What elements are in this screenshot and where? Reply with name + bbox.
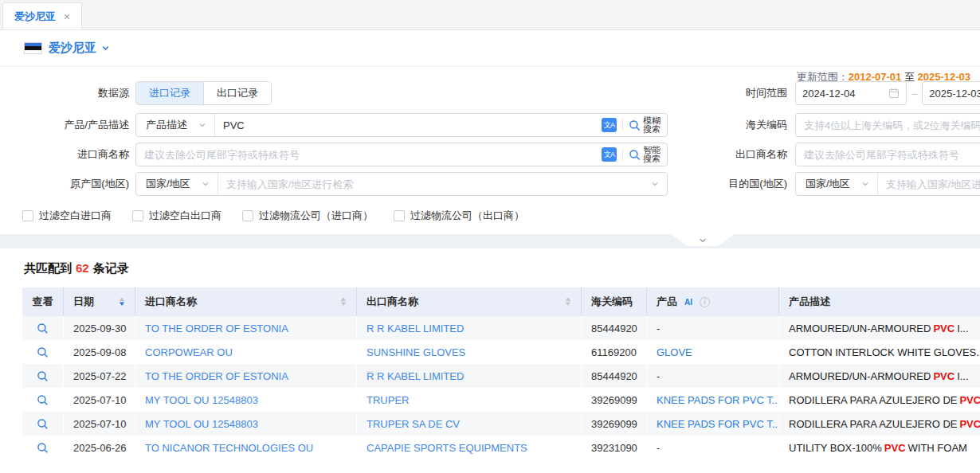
product-tag-link[interactable]: KNEE PADS FOR PVC T... [657, 418, 779, 430]
chevron-down-icon[interactable] [101, 44, 110, 53]
cell-description: RODILLERA PARA AZULEJERO DEPVC [779, 412, 980, 436]
table-row: 2025-07-10 MY TOOL OU 12548803 TRUPER 39… [22, 388, 980, 412]
checkbox-icon[interactable] [132, 210, 143, 221]
magnifier-icon [37, 418, 49, 430]
exporter-link[interactable]: SUNSHINE GLOVES [367, 346, 465, 358]
checkbox-icon[interactable] [242, 210, 253, 221]
product-tag-link[interactable]: - [657, 370, 660, 382]
col-exporter: 出口商名称 ▲▼ [357, 287, 582, 316]
fuzzy-search-label-2: 搜索 [643, 124, 661, 134]
product-tag-link[interactable]: - [657, 322, 660, 334]
checkbox-filter-blank-exporter[interactable]: 过滤空白出口商 [132, 209, 221, 223]
exporter-link[interactable]: CAPAPIE SPORTS EQUIPMENTS [367, 442, 527, 454]
collapse-filters-button[interactable] [671, 234, 735, 246]
origin-type-select[interactable]: 国家/地区 [136, 173, 218, 195]
col-importer: 进口商名称 ▲▼ [135, 287, 357, 316]
summary-prefix: 共匹配到 [24, 261, 72, 275]
data-source-label: 数据源 [0, 86, 129, 100]
view-record-button[interactable] [37, 418, 49, 430]
checkbox-label: 过滤物流公司（进口商） [259, 209, 373, 223]
importer-link[interactable]: TO THE ORDER OF ESTONIA [145, 370, 288, 382]
col-product-label: 产品 [657, 295, 677, 309]
estonia-flag-icon [24, 42, 42, 54]
tab-title: 爱沙尼亚 [14, 10, 56, 24]
desc-text: I... [957, 370, 968, 382]
exporter-link[interactable]: TRUPER [367, 394, 409, 406]
checkbox-label: 过滤空白进口商 [39, 209, 112, 223]
desc-highlight: PVC [959, 394, 980, 406]
tab-estonia[interactable]: 爱沙尼亚 × [2, 2, 82, 29]
desc-text: I... [957, 322, 968, 334]
hs-code-input[interactable] [804, 119, 980, 131]
origin-country-input[interactable] [218, 178, 651, 190]
checkbox-label: 过滤空白出口商 [149, 209, 221, 223]
col-date: 日期 ▲▼ [64, 287, 135, 316]
tab-close-icon[interactable]: × [64, 11, 70, 22]
date-start-value: 2024-12-04 [802, 88, 856, 100]
checkbox-filter-logistics-exporter[interactable]: 过滤物流公司（出口商） [394, 209, 524, 223]
cell-hs-code: 61169200 [582, 340, 647, 364]
view-record-button[interactable] [37, 370, 49, 382]
importer-input[interactable] [136, 149, 602, 161]
importer-search-group: 文A 智能搜索 [135, 143, 668, 166]
col-product: 产品 AI i [647, 287, 779, 316]
chevron-down-icon [698, 236, 708, 244]
product-label: 产品/产品描述 [0, 118, 129, 132]
product-type-select[interactable]: 产品描述 [136, 114, 215, 136]
time-range-label: 时间范围 [692, 86, 787, 100]
checkbox-icon[interactable] [394, 210, 405, 221]
cell-date: 2025-07-22 [64, 364, 135, 388]
date-start-input[interactable]: 2024-12-04 [795, 81, 907, 105]
importer-link[interactable]: TO THE ORDER OF ESTONIA [145, 322, 288, 334]
import-records-tab[interactable]: 进口记录 [136, 82, 203, 104]
magnifier-icon [37, 346, 49, 358]
importer-link[interactable]: CORPOWEAR OU [145, 346, 233, 358]
importer-link[interactable]: MY TOOL OU 12548803 [145, 394, 258, 406]
results-summary: 共匹配到62条记录 [24, 261, 980, 276]
view-record-button[interactable] [37, 346, 49, 358]
cell-description: ARMOURED/UN-ARMOUREDPVCI... [779, 364, 980, 388]
sort-date[interactable]: ▲▼ [119, 297, 125, 307]
product-tag-link[interactable]: - [657, 442, 660, 454]
cell-hs-code: 85444920 [582, 364, 647, 388]
destination-type-select[interactable]: 国家/地区 [796, 173, 878, 195]
magnifier-icon [37, 370, 49, 382]
date-end-input[interactable]: 2025-12-03 [922, 81, 980, 105]
export-records-tab[interactable]: 出口记录 [203, 82, 271, 104]
exporter-link[interactable]: TRUPER SA DE CV [367, 418, 460, 430]
product-input[interactable] [215, 119, 602, 131]
cell-hs-code: 85444920 [582, 316, 647, 340]
product-tag-link[interactable]: KNEE PADS FOR PVC T... [657, 394, 779, 406]
exporter-link[interactable]: R R KABEL LIMITED [367, 322, 464, 334]
translate-icon[interactable]: 文A [602, 147, 617, 162]
hs-code-field [795, 113, 980, 137]
magnifier-icon [37, 322, 49, 334]
chevron-down-icon[interactable] [651, 180, 659, 188]
view-record-button[interactable] [37, 394, 49, 406]
col-exporter-label: 出口商名称 [367, 295, 418, 309]
product-tag-link[interactable]: GLOVE [657, 346, 692, 358]
view-record-button[interactable] [37, 322, 49, 334]
desc-text: ARMOURED/UN-ARMOURED [789, 322, 931, 334]
sort-exporter[interactable]: ▲▼ [565, 297, 571, 307]
sort-importer[interactable]: ▲▼ [340, 297, 347, 307]
cell-description: COTTON INTERLOCK WHITE GLOVES... [779, 340, 980, 364]
magnifier-icon [37, 394, 49, 406]
importer-link[interactable]: MY TOOL OU 12548803 [145, 418, 258, 430]
exporter-link[interactable]: R R KABEL LIMITED [367, 370, 464, 382]
importer-link[interactable]: TO NICANOR TECHNOLOGIES OU [145, 442, 313, 454]
checkbox-filter-logistics-importer[interactable]: 过滤物流公司（进口商） [242, 209, 373, 223]
view-record-button[interactable] [37, 442, 49, 454]
info-icon[interactable]: i [700, 297, 710, 307]
exporter-input[interactable] [804, 149, 980, 161]
results-table: 查看 日期 ▲▼ 进口商名称 ▲▼ 出口商名称 ▲▼ 海关编码 产品 AI i … [22, 287, 980, 459]
cell-hs-code: 39231090 [582, 436, 647, 459]
checkbox-icon[interactable] [22, 210, 33, 221]
checkbox-filter-blank-importer[interactable]: 过滤空白进口商 [22, 209, 112, 223]
country-name[interactable]: 爱沙尼亚 [49, 41, 96, 56]
fuzzy-search-button[interactable]: 模糊搜索 [629, 116, 661, 134]
calendar-icon [888, 88, 900, 99]
destination-country-input[interactable] [878, 178, 980, 190]
translate-icon[interactable]: 文A [602, 118, 617, 132]
smart-search-button[interactable]: 智能搜索 [629, 146, 661, 163]
